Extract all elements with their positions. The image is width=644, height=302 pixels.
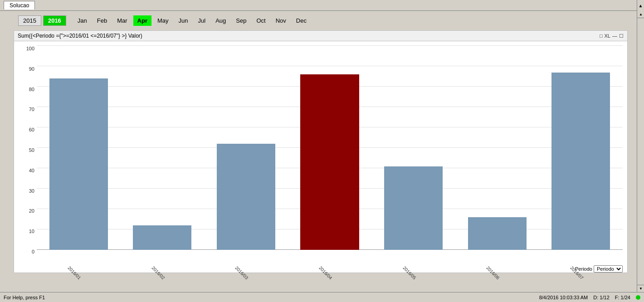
position: D: 1/12 [593, 295, 609, 300]
bar-group-2016/04[interactable] [288, 46, 372, 250]
x-axis-label: Periodo Periodo [575, 265, 623, 273]
status-bar: For Help, press F1 8/4/2016 10:03:33 AM … [0, 292, 644, 302]
bar-2016/07[interactable] [551, 73, 610, 250]
month-aug-btn[interactable]: Aug [211, 15, 230, 26]
year-2016-btn[interactable]: 2016 [43, 15, 66, 26]
y-axis: 0 10 20 30 40 50 60 70 80 90 100 [14, 41, 37, 259]
month-jan-btn[interactable]: Jan [73, 15, 91, 26]
y-label-40: 40 [16, 168, 34, 173]
month-dec-btn[interactable]: Dec [292, 15, 311, 26]
bar-group-2016/07[interactable] [539, 46, 623, 250]
x-label-group-2016/03: 2016/03 [204, 263, 288, 270]
bars-area [37, 46, 623, 250]
x-label-2016/05: 2016/05 [402, 265, 417, 280]
bar-group-2016/06[interactable] [455, 46, 539, 250]
status-indicator [636, 295, 640, 300]
year-month-bar: 2015 2016 Jan Feb Mar Apr May Jun Jul Au… [9, 15, 635, 26]
month-jun-btn[interactable]: Jun [175, 15, 192, 26]
chart-icon-minimize[interactable]: — [612, 33, 617, 39]
month-may-btn[interactable]: May [153, 15, 173, 26]
x-label-group-2016/05: 2016/05 [371, 263, 455, 270]
y-label-80: 80 [16, 87, 34, 92]
bar-group-2016/03[interactable] [204, 46, 288, 250]
month-apr-btn[interactable]: Apr [133, 15, 151, 26]
y-label-60: 60 [16, 127, 34, 132]
scroll-up-arrow[interactable]: ▲ [637, 11, 644, 18]
chart-title: Sum({<Periodo ={">=2016/01 <=2016/07"} >… [18, 33, 142, 39]
chart-icon-resize[interactable]: □ [600, 33, 603, 39]
y-label-10: 10 [16, 229, 34, 234]
status-right: 8/4/2016 10:03:33 AM D: 1/12 F: 1/24 [539, 295, 640, 300]
main-content: 2015 2016 Jan Feb Mar Apr May Jun Jul Au… [0, 11, 644, 302]
bar-group-2016/01[interactable] [37, 46, 121, 250]
scroll-down-arrow[interactable]: ▼ [637, 285, 644, 292]
title-bar: Solucao ▲ [0, 0, 644, 11]
bar-2016/03[interactable] [217, 144, 275, 250]
y-label-70: 70 [16, 107, 34, 112]
help-text: For Help, press F1 [4, 295, 45, 300]
x-label-2016/03: 2016/03 [234, 265, 249, 280]
main-window: Solucao ▲ 2015 2016 Jan Feb Mar Apr May … [0, 0, 644, 302]
bar-2016/04[interactable] [300, 74, 359, 250]
bar-2016/01[interactable] [49, 78, 108, 250]
x-label-group-2016/04: 2016/04 [288, 263, 372, 270]
x-label-2016/04: 2016/04 [318, 265, 333, 280]
bar-2016/05[interactable] [384, 166, 443, 250]
x-axis-dropdown[interactable]: Periodo [594, 265, 623, 273]
y-label-50: 50 [16, 147, 34, 153]
year-2015-btn[interactable]: 2015 [18, 15, 41, 26]
month-sep-btn[interactable]: Sep [232, 15, 250, 26]
y-label-90: 90 [16, 66, 34, 72]
chart-header: Sum({<Periodo ={">=2016/01 <=2016/07"} >… [14, 31, 627, 41]
x-label-2016/01: 2016/01 [67, 265, 82, 280]
scrollbar-right[interactable]: ▲ ▼ [637, 11, 644, 292]
month-feb-btn[interactable]: Feb [93, 15, 111, 26]
bar-2016/02[interactable] [133, 225, 191, 250]
y-label-100: 100 [16, 46, 34, 51]
scroll-up-btn[interactable]: ▲ [637, 0, 644, 11]
x-label-group-2016/01: 2016/01 [37, 263, 121, 270]
y-label-20: 20 [16, 208, 34, 214]
y-label-0: 0 [16, 249, 34, 254]
x-labels: 2016/012016/022016/032016/042016/052016/… [37, 263, 623, 270]
filter: F: 1/24 [615, 295, 630, 300]
chart-body: 0 10 20 30 40 50 60 70 80 90 100 [14, 41, 627, 273]
x-label-group-2016/06: 2016/06 [455, 263, 539, 270]
chart-icon-close[interactable]: ☐ [619, 33, 624, 39]
x-label-group-2016/02: 2016/02 [121, 263, 205, 270]
month-oct-btn[interactable]: Oct [252, 15, 269, 26]
month-jul-btn[interactable]: Jul [194, 15, 210, 26]
title-tab[interactable]: Solucao [4, 1, 35, 10]
x-label-2016/02: 2016/02 [151, 265, 166, 280]
datetime: 8/4/2016 10:03:33 AM [539, 295, 588, 300]
month-mar-btn[interactable]: Mar [113, 15, 131, 26]
bar-group-2016/02[interactable] [121, 46, 205, 250]
bar-group-2016/05[interactable] [371, 46, 455, 250]
chart-header-icons: □ XL — ☐ [600, 33, 624, 39]
chart-label-xl[interactable]: XL [605, 33, 610, 39]
month-nov-btn[interactable]: Nov [272, 15, 290, 26]
chart-container: Sum({<Periodo ={">=2016/01 <=2016/07"} >… [14, 30, 628, 273]
bar-2016/06[interactable] [468, 217, 527, 250]
y-label-30: 30 [16, 188, 34, 194]
x-label-2016/06: 2016/06 [485, 265, 500, 280]
